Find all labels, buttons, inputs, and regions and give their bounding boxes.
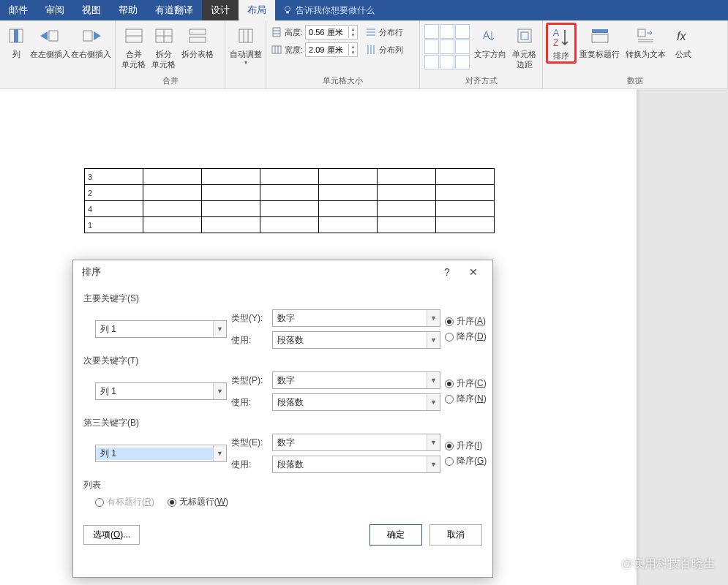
chevron-down-icon[interactable]: ▼ [427,434,440,450]
up-arrow-icon[interactable]: ▲ [348,26,357,32]
sort-button[interactable]: AZ排序 [546,23,577,64]
width-input[interactable]: ▲▼ [305,42,358,57]
no-header-radio[interactable]: 无标题行(W) [168,496,228,508]
cell[interactable]: 4 [85,201,143,217]
tertiary-type-combo[interactable]: 数字▼ [272,434,440,451]
insert-right-button[interactable]: 在右侧插入 [71,23,112,61]
down-arrow-icon[interactable]: ▼ [348,32,357,38]
help-button[interactable]: ? [434,262,460,282]
align-tc[interactable] [440,24,454,39]
cell[interactable] [436,169,495,185]
cell[interactable]: 1 [85,217,143,233]
formula-button[interactable]: fx公式 [669,23,698,61]
cell[interactable] [378,201,436,217]
secondary-use-combo[interactable]: 段落数▼ [272,393,440,411]
tab-review[interactable]: 审阅 [37,0,73,20]
has-header-radio[interactable]: 有标题行(R) [95,496,154,508]
cell[interactable] [202,201,260,217]
close-button[interactable]: ✕ [460,262,487,282]
height-input[interactable]: ▲▼ [305,25,358,39]
cell[interactable] [378,185,436,201]
primary-desc-radio[interactable]: 降序(D) [445,331,503,343]
primary-type-combo[interactable]: 数字▼ [272,309,440,327]
height-value[interactable] [306,28,348,37]
chevron-down-icon[interactable]: ▼ [213,445,226,461]
cell[interactable] [319,185,378,201]
width-value[interactable] [306,45,348,54]
align-tr[interactable] [455,24,470,39]
cell[interactable]: 3 [85,169,143,185]
cell[interactable] [260,201,319,217]
tertiary-field-combo[interactable]: 列 1▼ [95,445,227,462]
align-ml[interactable] [424,39,439,54]
align-br[interactable] [455,55,470,69]
align-bc[interactable] [440,55,454,69]
chevron-down-icon[interactable]: ▼ [427,310,440,326]
cell[interactable] [143,201,202,217]
chevron-down-icon[interactable]: ▼ [427,456,440,472]
cancel-button[interactable]: 取消 [429,524,482,546]
table-row[interactable]: 1 [85,217,495,233]
align-mr[interactable] [455,39,470,54]
chevron-down-icon[interactable]: ▼ [427,394,440,410]
cell[interactable] [319,201,378,217]
cell[interactable] [260,169,319,185]
repeat-header-button[interactable]: 重复标题行 [577,23,623,61]
tab-youdao[interactable]: 有道翻译 [146,0,202,20]
cell[interactable] [202,185,260,201]
cell[interactable] [378,169,436,185]
tab-layout[interactable]: 布局 [239,0,275,20]
split-table-button[interactable]: 拆分表格 [179,23,217,61]
secondary-field-combo[interactable]: 列 1▼ [95,382,227,400]
table-row[interactable]: 2 [85,185,495,201]
cell[interactable] [143,217,202,233]
secondary-desc-radio[interactable]: 降序(N) [445,393,503,405]
text-direction-button[interactable]: A文字方向 [471,23,509,61]
autofit-button[interactable]: 自动调整▾ [228,23,263,67]
tertiary-use-combo[interactable]: 段落数▼ [272,456,440,473]
table-row[interactable]: 3 [85,169,495,185]
cell[interactable] [436,201,495,217]
chevron-down-icon[interactable]: ▼ [427,332,440,348]
align-bl[interactable] [424,55,439,69]
merge-cells-button[interactable]: 合并 单元格 [119,23,149,71]
cell[interactable] [436,217,495,233]
align-tl[interactable] [424,24,439,39]
tab-design[interactable]: 设计 [202,0,239,20]
cell[interactable] [319,169,378,185]
ok-button[interactable]: 确定 [369,524,422,546]
tertiary-desc-radio[interactable]: 降序(G) [445,455,503,467]
table-row[interactable]: 4 [85,201,495,217]
secondary-asc-radio[interactable]: 升序(C) [445,377,503,390]
cell[interactable] [260,185,319,201]
primary-field-combo[interactable]: 列 1▼ [95,320,227,338]
convert-text-button[interactable]: 转换为文本 [623,23,669,61]
cell[interactable]: 2 [85,185,143,201]
secondary-type-combo[interactable]: 数字▼ [272,371,440,389]
cell[interactable] [143,185,202,201]
primary-asc-radio[interactable]: 升序(A) [445,315,503,328]
document-table[interactable]: 3 2 4 1 [84,168,495,233]
cell[interactable] [260,217,319,233]
insert-col-button[interactable]: 列 [3,23,29,61]
tertiary-asc-radio[interactable]: 升序(I) [445,439,503,452]
tab-view[interactable]: 视图 [73,0,110,20]
chevron-down-icon[interactable]: ▼ [213,321,226,337]
cell-margin-button[interactable]: 单元格 边距 [509,23,539,71]
distribute-cols-button[interactable]: 分布列 [365,42,403,58]
split-cells-button[interactable]: 拆分 单元格 [149,23,179,71]
cell[interactable] [378,217,436,233]
tell-me[interactable]: 告诉我你想要做什么 [275,0,382,20]
down-arrow-icon[interactable]: ▼ [348,50,357,56]
tab-help[interactable]: 帮助 [110,0,146,20]
align-mc[interactable] [440,39,454,54]
cell[interactable] [202,169,260,185]
chevron-down-icon[interactable]: ▼ [427,372,440,388]
cell[interactable] [436,185,495,201]
up-arrow-icon[interactable]: ▲ [348,44,357,50]
chevron-down-icon[interactable]: ▼ [213,383,226,399]
distribute-rows-button[interactable]: 分布行 [365,24,403,40]
tab-mail[interactable]: 邮件 [0,0,37,20]
options-button[interactable]: 选项(O)... [83,525,140,545]
cell[interactable] [319,217,378,233]
